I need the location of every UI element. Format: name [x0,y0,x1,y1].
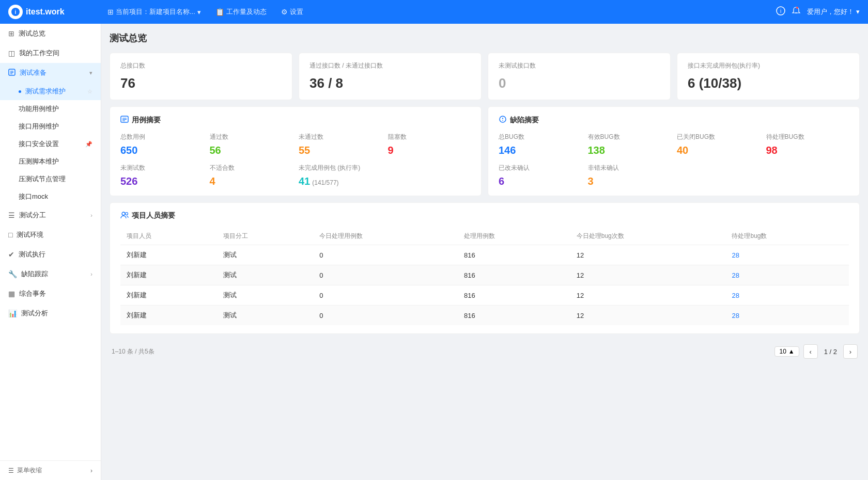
defect-valid: 有效BUG数 138 [588,133,671,156]
defect-non-error-label: 非错未确认 [588,164,671,172]
defect-total-label: 总BUG数 [499,133,582,141]
sidebar-label-test-execution: 测试执行 [19,250,45,259]
pending-bugs-link[interactable]: 28 [732,312,739,319]
workload-label: 工作量及动态 [226,7,267,17]
members-title-text: 项目人员摘要 [132,211,175,220]
nav-workload[interactable]: 📋 工作量及动态 [209,4,273,20]
col-pending-bugs: 待处理bug数 [725,228,849,245]
sidebar-sub-api-case[interactable]: 接口用例维护 [0,118,101,135]
sidebar-label-defect-tracking: 缺陷跟踪 [21,269,48,279]
pending-bugs-link[interactable]: 28 [732,251,739,259]
sidebar-item-test-analysis[interactable]: 📊 测试分析 [0,303,101,323]
defect-summary-title-text: 缺陷摘要 [510,116,539,125]
sidebar-item-test-env[interactable]: □ 测试环境 [0,225,101,245]
defect-closed-value: 40 [677,145,760,156]
sidebar-item-test-execution[interactable]: ✔ 测试执行 [0,245,101,264]
nav-settings[interactable]: ⚙ 设置 [275,4,309,20]
case-untested-value: 526 [120,175,204,187]
sidebar-item-defect-tracking[interactable]: 🔧 缺陷跟踪 › [0,264,101,284]
logo-icon: i [8,5,23,19]
svg-text:i: i [780,8,781,14]
defect-unconfirmed-label: 已改未确认 [499,164,582,172]
defect-summary-panel: 缺陷摘要 总BUG数 146 有效BUG数 138 已关闭BUG数 40 [488,106,860,196]
pagination-info: 1–10 条 / 共5条 [112,347,154,356]
members-panel: 项目人员摘要 项目人员 项目分工 今日处理用例数 处理用例数 今日处理bug次数… [110,202,860,334]
cell-total-cases: 816 [458,245,570,265]
test-division-arrow: › [90,212,92,218]
case-empty [388,164,471,187]
defect-non-error: 非错未确认 3 [588,164,671,187]
col-today-bugs: 今日处理bug次数 [570,228,726,245]
my-workspace-icon: ◫ [8,49,15,57]
case-untested-label: 未测试数 [120,164,204,172]
sidebar-label-my-workspace: 我的工作空间 [19,49,59,58]
collapse-icon: ☰ [8,467,14,474]
pending-bugs-link[interactable]: 28 [732,292,739,299]
case-unsuitable-label: 不适合数 [210,164,293,172]
page-size-value: 10 [779,348,786,355]
defect-summary-title: 缺陷摘要 [499,115,849,125]
pending-bugs-link[interactable]: 28 [732,271,739,279]
stat-card-untested-api: 未测试接口数 0 [488,53,671,100]
user-info[interactable]: 爱用户，您好！ ▾ [807,7,860,17]
sidebar-label-stress-node: 压测试节点管理 [19,174,66,184]
sidebar-item-my-workspace[interactable]: ◫ 我的工作空间 [0,43,101,63]
sidebar-item-test-overview[interactable]: ⊞ 测试总览 [0,24,101,43]
svg-point-17 [122,212,125,215]
top-nav: i itest.work ⊞ 当前项目：新建项目名称... ▾ 📋 工作量及动态… [0,0,868,24]
nav-current-project[interactable]: ⊞ 当前项目：新建项目名称... ▾ [101,4,207,20]
defect-pending-value: 98 [766,145,849,156]
notification-icon[interactable] [792,6,801,18]
table-row: 刘新建 测试 0 816 12 28 [120,306,849,326]
sidebar-sub-test-req[interactable]: 测试需求维护 ☆ [0,83,101,100]
sidebar-item-test-division[interactable]: ☰ 测试分工 › [0,205,101,225]
cell-name: 刘新建 [120,245,217,265]
settings-icon: ⚙ [281,8,288,16]
sidebar-item-comprehensive[interactable]: ▦ 综合事务 [0,284,101,303]
cell-role: 测试 [217,285,314,306]
page-size-select[interactable]: 10 ▲ [774,346,799,357]
prev-page-button[interactable]: ‹ [803,344,818,359]
logo[interactable]: i itest.work [8,5,101,19]
comprehensive-icon: ▦ [8,290,15,298]
cell-total-cases: 816 [458,265,570,285]
sidebar-collapse[interactable]: ☰ 菜单收缩 › [0,460,101,480]
info-icon[interactable]: i [776,6,785,18]
case-untested: 未测试数 526 [120,164,204,187]
members-icon [120,212,129,220]
sidebar-sub-func-case[interactable]: 功能用例维护 [0,100,101,118]
collapse-arrow: › [90,467,92,474]
top-nav-items: ⊞ 当前项目：新建项目名称... ▾ 📋 工作量及动态 ⚙ 设置 [101,4,776,20]
case-incomplete-value: 41 [299,175,310,187]
defect-non-error-value: 3 [588,175,671,187]
stat-label-total-api: 总接口数 [120,61,282,70]
sidebar-sub-api-mock[interactable]: 接口mock [0,188,101,205]
defect-total: 总BUG数 146 [499,133,582,156]
case-pass-label: 通过数 [210,133,293,141]
sidebar-label-test-division: 测试分工 [19,211,46,220]
sidebar: ⊞ 测试总览 ◫ 我的工作空间 测试准备 ▾ 测试需求维护 ☆ 功能用例维护 接… [0,24,101,480]
cell-today-cases: 0 [313,285,458,306]
test-prep-arrow: ▾ [89,70,92,76]
stat-card-pass-fail-api: 通过接口数 / 未通过接口数 36 / 8 [299,53,482,100]
sidebar-label-api-security: 接口安全设置 [19,139,59,149]
cell-pending-bugs: 28 [725,306,849,326]
sidebar-sub-api-security[interactable]: 接口安全设置 📌 [0,135,101,153]
sidebar-label-test-req: 测试需求维护 [25,87,66,96]
members-panel-title: 项目人员摘要 [120,211,849,220]
current-page: 1 / 2 [822,348,839,356]
sidebar-label-test-prep: 测试准备 [20,68,47,77]
case-blocked-value: 9 [388,145,471,156]
cell-total-cases: 816 [458,285,570,306]
cell-today-cases: 0 [313,245,458,265]
stat-value-incomplete-api: 6 (10/38) [688,75,849,91]
cell-pending-bugs: 28 [725,265,849,285]
test-division-icon: ☰ [8,211,15,219]
sidebar-item-test-prep[interactable]: 测试准备 ▾ [0,63,101,83]
next-page-button[interactable]: › [843,344,858,359]
sidebar-sub-stress-node[interactable]: 压测试节点管理 [0,170,101,188]
sidebar-label-test-env: 测试环境 [17,230,43,239]
case-pass: 通过数 56 [210,133,293,156]
sidebar-sub-stress-script[interactable]: 压测脚本维护 [0,153,101,170]
page-title: 测试总览 [110,32,860,44]
